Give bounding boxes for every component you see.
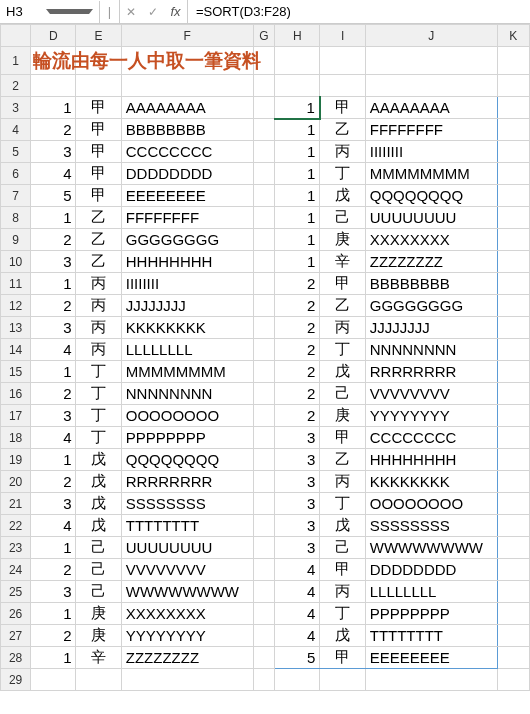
cell-J13[interactable]: JJJJJJJJ — [365, 317, 497, 339]
column-header-D[interactable]: D — [31, 25, 76, 47]
cell-D17[interactable]: 3 — [31, 405, 76, 427]
cell-I22[interactable]: 戊 — [320, 515, 365, 537]
cell-K11[interactable] — [497, 273, 529, 295]
cell-J22[interactable]: SSSSSSSS — [365, 515, 497, 537]
cell-H5[interactable]: 1 — [275, 141, 320, 163]
cell-E11[interactable]: 丙 — [76, 273, 121, 295]
row-header-20[interactable]: 20 — [1, 471, 31, 493]
cell-H20[interactable]: 3 — [275, 471, 320, 493]
cell-D22[interactable]: 4 — [31, 515, 76, 537]
cell-D12[interactable]: 2 — [31, 295, 76, 317]
row-header-22[interactable]: 22 — [1, 515, 31, 537]
cell-G6[interactable] — [253, 163, 275, 185]
cell-K21[interactable] — [497, 493, 529, 515]
cell-K8[interactable] — [497, 207, 529, 229]
row-header-6[interactable]: 6 — [1, 163, 31, 185]
cell-H24[interactable]: 4 — [275, 559, 320, 581]
cell-D19[interactable]: 1 — [31, 449, 76, 471]
cell-D6[interactable]: 4 — [31, 163, 76, 185]
cell-J15[interactable]: RRRRRRRR — [365, 361, 497, 383]
cell-K13[interactable] — [497, 317, 529, 339]
cell-D2[interactable] — [31, 75, 76, 97]
cell-H4[interactable]: 1 — [275, 119, 320, 141]
cell-H12[interactable]: 2 — [275, 295, 320, 317]
cell-G21[interactable] — [253, 493, 275, 515]
row-header-19[interactable]: 19 — [1, 449, 31, 471]
cell-D26[interactable]: 1 — [31, 603, 76, 625]
cell-E24[interactable]: 己 — [76, 559, 121, 581]
cell-J24[interactable]: DDDDDDDD — [365, 559, 497, 581]
cell-E2[interactable] — [76, 75, 121, 97]
cell-G22[interactable] — [253, 515, 275, 537]
column-header-I[interactable]: I — [320, 25, 365, 47]
cell-F5[interactable]: CCCCCCCC — [121, 141, 253, 163]
cell-K20[interactable] — [497, 471, 529, 493]
cell-E20[interactable]: 戊 — [76, 471, 121, 493]
cell-J11[interactable]: BBBBBBBB — [365, 273, 497, 295]
cell-I8[interactable]: 己 — [320, 207, 365, 229]
cell-G10[interactable] — [253, 251, 275, 273]
cell-F4[interactable]: BBBBBBBB — [121, 119, 253, 141]
row-header-2[interactable]: 2 — [1, 75, 31, 97]
cell-E5[interactable]: 甲 — [76, 141, 121, 163]
cell-K2[interactable] — [497, 75, 529, 97]
cell-E6[interactable]: 甲 — [76, 163, 121, 185]
cell-H14[interactable]: 2 — [275, 339, 320, 361]
cell-J21[interactable]: OOOOOOOO — [365, 493, 497, 515]
cell-K26[interactable] — [497, 603, 529, 625]
cell-I19[interactable]: 乙 — [320, 449, 365, 471]
cell-H21[interactable]: 3 — [275, 493, 320, 515]
cell-I7[interactable]: 戊 — [320, 185, 365, 207]
cell-G14[interactable] — [253, 339, 275, 361]
select-all-corner[interactable] — [1, 25, 31, 47]
cell-H15[interactable]: 2 — [275, 361, 320, 383]
cell-J1[interactable] — [365, 47, 497, 75]
cell-D7[interactable]: 5 — [31, 185, 76, 207]
cell-H1[interactable] — [275, 47, 320, 75]
cell-E15[interactable]: 丁 — [76, 361, 121, 383]
column-header-E[interactable]: E — [76, 25, 121, 47]
cell-F21[interactable]: SSSSSSSS — [121, 493, 253, 515]
row-header-25[interactable]: 25 — [1, 581, 31, 603]
row-header-12[interactable]: 12 — [1, 295, 31, 317]
cell-J3[interactable]: AAAAAAAA — [365, 97, 497, 119]
cell-K14[interactable] — [497, 339, 529, 361]
cell-H22[interactable]: 3 — [275, 515, 320, 537]
cell-H2[interactable] — [275, 75, 320, 97]
cell-H26[interactable]: 4 — [275, 603, 320, 625]
row-header-3[interactable]: 3 — [1, 97, 31, 119]
cell-G26[interactable] — [253, 603, 275, 625]
cell-K18[interactable] — [497, 427, 529, 449]
cell-J10[interactable]: ZZZZZZZZ — [365, 251, 497, 273]
cell-K24[interactable] — [497, 559, 529, 581]
cell-J18[interactable]: CCCCCCCC — [365, 427, 497, 449]
cell-D25[interactable]: 3 — [31, 581, 76, 603]
cell-E8[interactable]: 乙 — [76, 207, 121, 229]
cell-E10[interactable]: 乙 — [76, 251, 121, 273]
cell-I27[interactable]: 戊 — [320, 625, 365, 647]
cell-J23[interactable]: WWWWWWWW — [365, 537, 497, 559]
cell-G8[interactable] — [253, 207, 275, 229]
row-header-5[interactable]: 5 — [1, 141, 31, 163]
cell-J9[interactable]: XXXXXXXX — [365, 229, 497, 251]
cell-D11[interactable]: 1 — [31, 273, 76, 295]
cell-F20[interactable]: RRRRRRRR — [121, 471, 253, 493]
cell-I24[interactable]: 甲 — [320, 559, 365, 581]
cell-I20[interactable]: 丙 — [320, 471, 365, 493]
cell-I5[interactable]: 丙 — [320, 141, 365, 163]
cell-I14[interactable]: 丁 — [320, 339, 365, 361]
cell-I15[interactable]: 戊 — [320, 361, 365, 383]
cell-G17[interactable] — [253, 405, 275, 427]
cell-J7[interactable]: QQQQQQQQ — [365, 185, 497, 207]
cell-K10[interactable] — [497, 251, 529, 273]
cell-E23[interactable]: 己 — [76, 537, 121, 559]
cell-F7[interactable]: EEEEEEEE — [121, 185, 253, 207]
cell-G29[interactable] — [253, 669, 275, 691]
cell-F25[interactable]: WWWWWWWW — [121, 581, 253, 603]
cell-E29[interactable] — [76, 669, 121, 691]
column-header-G[interactable]: G — [253, 25, 275, 47]
row-header-26[interactable]: 26 — [1, 603, 31, 625]
cell-D13[interactable]: 3 — [31, 317, 76, 339]
cell-E18[interactable]: 丁 — [76, 427, 121, 449]
cell-D27[interactable]: 2 — [31, 625, 76, 647]
